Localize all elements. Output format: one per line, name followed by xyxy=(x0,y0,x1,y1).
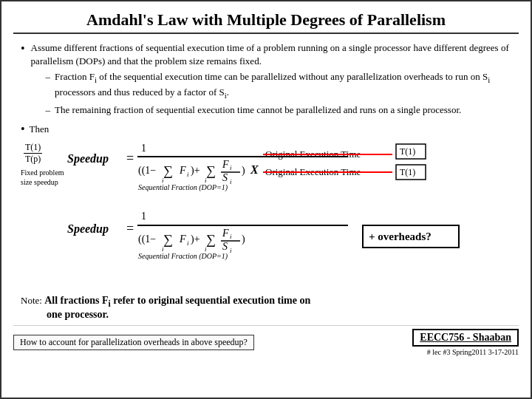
equals-1: = xyxy=(126,151,134,166)
t1-label: T(1) xyxy=(24,142,42,154)
sum-symbol-4: ∑ xyxy=(206,232,216,247)
dash-2: – xyxy=(46,103,51,117)
eecc-label: EECC756 - Shaaban xyxy=(412,329,519,347)
sum-symbol-2: ∑ xyxy=(206,163,216,178)
fixed-problem-text: Fixed problem xyxy=(21,168,64,177)
note-prefix: Note: xyxy=(21,295,44,306)
denom-open-paren-2: ((1− xyxy=(138,233,156,245)
bullet-dot-2: • xyxy=(21,123,25,136)
lec-info: # lec #3 Spring2011 3-17-2011 xyxy=(427,348,519,356)
close-double-paren-2: ) xyxy=(242,233,245,245)
sub-i-denom: i xyxy=(230,178,232,185)
F-i-num: F xyxy=(222,159,229,170)
dash-1: – xyxy=(46,70,51,83)
branding: EECC756 - Shaaban # lec #3 Spring2011 3-… xyxy=(412,329,519,356)
seq-fraction-label-2: Sequential Fraction (DOP=1) xyxy=(138,252,228,261)
how-to-box: How to account for parallelization overh… xyxy=(13,335,254,350)
S-i-denom: S xyxy=(222,172,228,183)
S-i-denom-2: S xyxy=(222,241,228,252)
numerator-2: 1 xyxy=(141,211,146,222)
note-bold-text: All fractions Fi refer to original seque… xyxy=(21,295,310,320)
sub-bullet-1-text: Fraction Fi of the sequential execution … xyxy=(55,70,519,101)
speedup-word-1: Speedup xyxy=(67,152,109,166)
bullet-dot-1: • xyxy=(21,42,25,55)
t1-text-2: T(1) xyxy=(400,167,415,177)
speedup-word-2: Speedup xyxy=(67,222,109,236)
F-i-3: F xyxy=(179,233,186,245)
sub-i-num-2: i xyxy=(230,233,232,240)
formula-area: • Then T(1) T(p) Fixed problem size spee… xyxy=(21,122,519,295)
sub-i-3: i xyxy=(187,239,189,247)
left-side-labels: • Then T(1) T(p) Fixed problem size spee… xyxy=(21,122,64,187)
t1-text-1: T(1) xyxy=(400,146,415,157)
bullet-1: • Assume different fractions of sequenti… xyxy=(21,41,519,119)
sub-i-1: i xyxy=(187,171,189,178)
fixed-problem-label: Fixed problem size speedup xyxy=(21,168,64,187)
tp-label: T(p) xyxy=(24,154,42,165)
F-i-1: F xyxy=(179,165,186,176)
content-section: • Assume different fractions of sequenti… xyxy=(21,41,519,295)
X-label: X xyxy=(250,163,259,176)
numerator-1: 1 xyxy=(141,143,146,154)
slide-title: Amdahl's Law with Multiple Degrees of Pa… xyxy=(13,10,519,34)
close-double-paren: ) xyxy=(242,165,245,177)
bottom-bar: How to account for parallelization overh… xyxy=(13,325,519,356)
close-paren-plus-2: )+ xyxy=(191,233,200,245)
sub-bullet-2: – The remaining fraction of sequential e… xyxy=(46,103,519,117)
sub-i-denom-2: i xyxy=(230,247,232,254)
seq-fraction-label-1: Sequential Fraction (DOP=1) xyxy=(138,183,228,192)
sub-bullet-1: – Fraction Fi of the sequential executio… xyxy=(46,70,519,101)
formulas-container: Speedup = 1 ((1− ∑ i F i )+ ∑ xyxy=(67,122,519,295)
bullet-1-text: Assume different fractions of sequential… xyxy=(31,41,519,119)
sum-symbol-1: ∑ xyxy=(163,163,173,178)
slide-container: Amdahl's Law with Multiple Degrees of Pa… xyxy=(0,0,532,399)
sub-i-num: i xyxy=(230,164,232,171)
F-i-num-2: F xyxy=(222,228,229,239)
t1-tp-fraction: T(1) T(p) xyxy=(24,142,42,165)
equals-2: = xyxy=(126,221,134,236)
sub-bullets: – Fraction Fi of the sequential executio… xyxy=(46,70,519,117)
overheads-text: + overheads? xyxy=(369,231,432,242)
bullet-then-row: • Then xyxy=(21,122,49,136)
denom-open-paren: ((1− xyxy=(138,165,156,177)
note-section: Note: All fractions Fi refer to original… xyxy=(21,295,519,321)
bullet-1-content: Assume different fractions of sequential… xyxy=(31,42,509,66)
then-label: Then xyxy=(30,123,50,135)
close-paren-plus: )+ xyxy=(191,165,200,177)
sum-symbol-3: ∑ xyxy=(163,232,173,247)
how-to-question: How to account for parallelization overh… xyxy=(20,337,248,347)
formulas-svg: Speedup = 1 ((1− ∑ i F i )+ ∑ xyxy=(67,122,496,292)
size-speedup-text: size speedup xyxy=(21,177,64,187)
sub-bullet-2-text: The remaining fraction of sequential exe… xyxy=(55,103,461,117)
